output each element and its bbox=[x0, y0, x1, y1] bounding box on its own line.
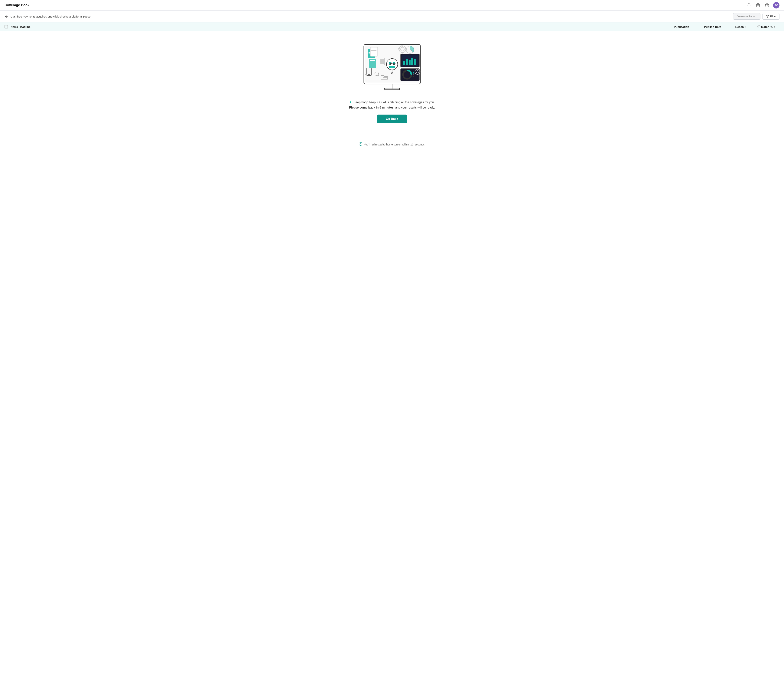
footer-suffix: seconds. bbox=[415, 143, 425, 146]
svg-rect-55 bbox=[414, 58, 416, 65]
avatar[interactable]: AC bbox=[773, 2, 779, 8]
header-checkbox[interactable] bbox=[5, 25, 8, 28]
svg-rect-60 bbox=[413, 74, 414, 76]
page-title: Cashfree Payments acquires one-click che… bbox=[11, 15, 90, 18]
back-arrow-icon bbox=[5, 14, 8, 18]
notifications-button[interactable] bbox=[746, 2, 752, 8]
filter-button[interactable]: Filter bbox=[762, 13, 779, 20]
loading-illustration: DATA bbox=[353, 39, 432, 94]
svg-rect-52 bbox=[406, 59, 408, 65]
subheader-actions: Generate Report Filter bbox=[733, 13, 779, 20]
svg-point-35 bbox=[394, 63, 395, 64]
col-match: i Match % ⇅ bbox=[753, 25, 779, 28]
footer-text: You'll redirected to home screen within … bbox=[364, 143, 425, 146]
generate-report-button[interactable]: Generate Report bbox=[733, 13, 760, 20]
back-button[interactable] bbox=[5, 14, 8, 18]
col-reach: Reach ⇅ bbox=[729, 25, 753, 28]
message-rest: , and your results will be ready. bbox=[394, 106, 435, 109]
go-back-button[interactable]: Go Back bbox=[377, 115, 407, 123]
header-actions: AC bbox=[746, 2, 779, 8]
table-header: News Headline Publication Publish Date R… bbox=[0, 22, 784, 31]
subheader: Cashfree Payments acquires one-click che… bbox=[0, 11, 784, 22]
svg-rect-54 bbox=[411, 58, 413, 65]
svg-point-34 bbox=[390, 63, 391, 64]
ai-illustration-svg: DATA bbox=[353, 39, 432, 93]
match-info-icon[interactable]: i bbox=[757, 25, 760, 28]
clock-icon bbox=[359, 142, 362, 147]
filter-label: Filter bbox=[770, 15, 776, 18]
svg-rect-61 bbox=[413, 76, 414, 77]
message-line2: Please come back in 5 minutes, and your … bbox=[349, 106, 435, 109]
message-line1: ✦ Beep boop beep. Our AI is fetching all… bbox=[349, 100, 435, 104]
footer-countdown-number: 10 bbox=[410, 143, 413, 146]
footer-prefix: You'll redirected to home screen within bbox=[364, 143, 409, 146]
svg-rect-8 bbox=[384, 88, 400, 90]
footer-countdown: You'll redirected to home screen within … bbox=[359, 142, 425, 147]
col-news-headline: News Headline bbox=[11, 25, 666, 28]
reach-sort-icon[interactable]: ⇅ bbox=[745, 25, 746, 28]
filter-icon bbox=[766, 15, 769, 18]
svg-point-31 bbox=[386, 58, 398, 70]
match-sort-icon[interactable]: ⇅ bbox=[773, 25, 775, 28]
svg-rect-51 bbox=[403, 61, 405, 65]
sparkle-icon: ✦ bbox=[349, 100, 352, 104]
gift-button[interactable] bbox=[755, 2, 761, 8]
message-bold: Please come back in 5 minutes bbox=[349, 106, 394, 109]
message-text-line1: Beep boop beep. Our AI is fetching all t… bbox=[353, 101, 435, 104]
svg-rect-53 bbox=[409, 60, 411, 65]
loading-message: ✦ Beep boop beep. Our AI is fetching all… bbox=[349, 100, 435, 115]
help-button[interactable] bbox=[764, 2, 770, 8]
app-header: Coverage Book bbox=[0, 0, 784, 11]
svg-text:DATA: DATA bbox=[391, 66, 394, 68]
col-publication: Publication bbox=[666, 25, 697, 28]
svg-point-67 bbox=[360, 143, 361, 144]
col-publish-date: Publish Date bbox=[697, 25, 729, 28]
gift-icon bbox=[756, 3, 760, 7]
main-content: DATA bbox=[0, 31, 784, 674]
bell-icon bbox=[747, 3, 751, 7]
svg-rect-30 bbox=[380, 59, 383, 64]
question-icon bbox=[765, 3, 769, 7]
svg-marker-5 bbox=[766, 15, 768, 17]
svg-rect-59 bbox=[413, 72, 414, 74]
subheader-left: Cashfree Payments acquires one-click che… bbox=[5, 14, 90, 18]
app-title: Coverage Book bbox=[5, 3, 29, 7]
